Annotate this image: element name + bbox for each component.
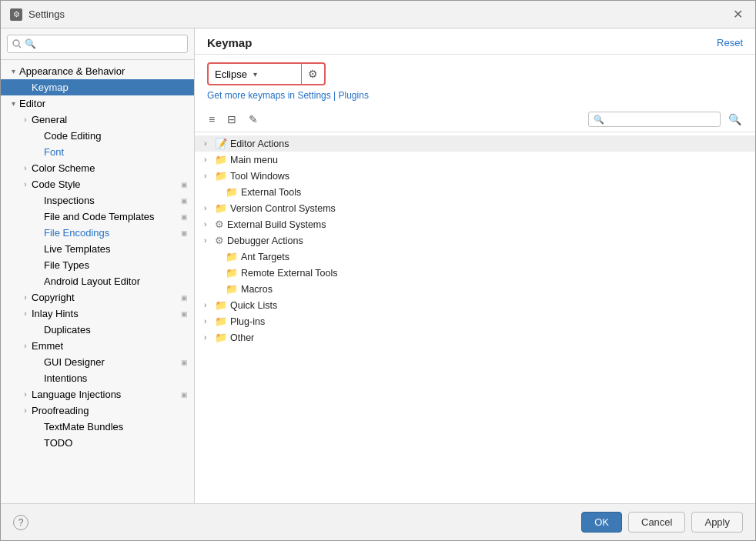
keymap-row-external-tools[interactable]: 📁External Tools <box>195 184 755 200</box>
folder-icon-main-menu: 📁 <box>215 154 227 165</box>
panel-title: Keymap <box>207 36 252 49</box>
tree-arrow-appearance-behavior: ▾ <box>7 67 19 75</box>
collapse-all-button[interactable]: ⊟ <box>222 110 241 129</box>
help-button[interactable]: ? <box>13 515 28 530</box>
keymap-arrow-version-control: › <box>204 204 215 212</box>
keymap-label-debugger-actions: Debugger Actions <box>227 235 303 246</box>
keymap-row-version-control[interactable]: ›📁Version Control Systems <box>195 200 755 216</box>
keymap-arrow-main-menu: › <box>204 155 215 164</box>
sidebar-item-todo[interactable]: TODO <box>1 435 194 451</box>
sidebar-badge-code-style: ▣ <box>181 181 188 189</box>
keymap-row-other[interactable]: ›📁Other <box>195 329 755 346</box>
keymap-dropdown[interactable]: Eclipse ▾ <box>209 65 301 83</box>
edit-shortcut-button[interactable]: ✎ <box>244 110 263 129</box>
sidebar-item-inlay-hints[interactable]: ›Inlay Hints▣ <box>1 306 194 322</box>
sidebar-item-code-style[interactable]: ›Code Style▣ <box>1 176 194 192</box>
plugin-link[interactable]: Get more keymaps in Settings | Plugins <box>195 90 755 107</box>
sidebar-item-color-scheme[interactable]: ›Color Scheme <box>1 160 194 176</box>
keymap-row-ant-targets[interactable]: 📁Ant Targets <box>195 249 755 265</box>
sidebar-item-keymap[interactable]: Keymap <box>1 79 194 95</box>
keymap-label-external-tools: External Tools <box>241 187 301 198</box>
sidebar-label-file-encodings: File Encodings <box>44 226 109 239</box>
keymap-spacer-ant-targets <box>215 252 226 261</box>
sidebar-badge-copyright: ▣ <box>181 294 188 302</box>
cancel-button[interactable]: Cancel <box>628 512 685 533</box>
sidebar-label-intentions: Intentions <box>44 372 87 385</box>
keymap-row-macros[interactable]: 📁Macros <box>195 281 755 297</box>
apply-button[interactable]: Apply <box>691 512 743 533</box>
sidebar-item-proofreading[interactable]: ›Proofreading <box>1 402 194 419</box>
keymap-arrow-tool-windows: › <box>204 172 215 180</box>
sidebar-label-code-editing: Code Editing <box>44 129 101 142</box>
keymap-label-plug-ins: Plug-ins <box>230 316 265 327</box>
sidebar-label-general: General <box>32 113 67 126</box>
keymap-row-tool-windows[interactable]: ›📁Tool Windows <box>195 168 755 184</box>
expand-all-button[interactable]: ≡ <box>204 110 219 129</box>
keymap-selector-wrapper: Eclipse ▾ ⚙ <box>207 62 326 85</box>
sidebar-item-language-injections[interactable]: ›Language Injections▣ <box>1 386 194 402</box>
sidebar-item-emmet[interactable]: ›Emmet <box>1 338 194 354</box>
tree-arrow-color-scheme: › <box>19 164 32 172</box>
reset-link[interactable]: Reset <box>717 37 743 48</box>
keymap-gear-button[interactable]: ⚙ <box>301 64 324 84</box>
ok-button[interactable]: OK <box>581 512 622 533</box>
sidebar-label-file-code-templates: File and Code Templates <box>44 210 155 223</box>
tree-arrow-language-injections: › <box>19 390 32 399</box>
sidebar-label-inlay-hints: Inlay Hints <box>32 307 79 320</box>
tree-arrow-proofreading: › <box>19 406 32 415</box>
keymap-arrow-other: › <box>204 333 215 342</box>
sidebar-item-gui-designer[interactable]: GUI Designer▣ <box>1 354 194 370</box>
sidebar-item-android-layout-editor[interactable]: Android Layout Editor <box>1 273 194 289</box>
folder-icon-remote-external-tools: 📁 <box>226 267 238 279</box>
keymap-label-version-control: Version Control Systems <box>230 203 336 214</box>
tree-arrow-inlay-hints: › <box>19 309 32 318</box>
sidebar-label-inspections: Inspections <box>44 194 95 207</box>
sidebar-label-proofreading: Proofreading <box>32 404 89 417</box>
panel-header: Keymap Reset <box>195 28 755 55</box>
sidebar-label-android-layout-editor: Android Layout Editor <box>44 275 140 288</box>
sidebar-item-file-encodings[interactable]: File Encodings▣ <box>1 225 194 241</box>
sidebar-item-appearance-behavior[interactable]: ▾Appearance & Behavior <box>1 63 194 79</box>
keymap-label-macros: Macros <box>241 284 273 295</box>
keymap-arrow-external-build: › <box>204 220 215 229</box>
keymap-search-input[interactable] <box>607 114 715 125</box>
sidebar-item-duplicates[interactable]: Duplicates <box>1 322 194 338</box>
tree-arrow-general: › <box>19 115 32 124</box>
keymap-arrow-quick-lists: › <box>204 301 215 309</box>
sidebar-item-live-templates[interactable]: Live Templates <box>1 241 194 257</box>
sidebar-label-textmate-bundles: TextMate Bundles <box>44 420 123 433</box>
settings-window: ⚙ Settings ✕ ▾Appearance & BehaviorKeyma… <box>0 0 756 541</box>
sidebar-item-inspections[interactable]: Inspections▣ <box>1 192 194 209</box>
tree-arrow-editor: ▾ <box>7 99 19 108</box>
sidebar-item-general[interactable]: ›General <box>1 112 194 128</box>
keymap-row-debugger-actions[interactable]: ›⚙Debugger Actions <box>195 232 755 249</box>
keymap-row-main-menu[interactable]: ›📁Main menu <box>195 152 755 168</box>
keymap-row-external-build[interactable]: ›⚙External Build Systems <box>195 216 755 232</box>
sidebar-item-file-code-templates[interactable]: File and Code Templates▣ <box>1 209 194 225</box>
sidebar-item-file-types[interactable]: File Types <box>1 257 194 273</box>
sidebar-tree: ▾Appearance & BehaviorKeymap▾Editor›Gene… <box>1 60 194 503</box>
keymap-row-plug-ins[interactable]: ›📁Plug-ins <box>195 313 755 329</box>
sidebar-item-textmate-bundles[interactable]: TextMate Bundles <box>1 419 194 435</box>
keymap-row-remote-external-tools[interactable]: 📁Remote External Tools <box>195 265 755 281</box>
keymap-label-main-menu: Main menu <box>230 155 278 165</box>
keymap-label-other: Other <box>230 332 254 343</box>
sidebar-item-editor[interactable]: ▾Editor <box>1 95 194 112</box>
sidebar-item-font[interactable]: Font <box>1 144 194 160</box>
keymap-row-quick-lists[interactable]: ›📁Quick Lists <box>195 297 755 313</box>
close-button[interactable]: ✕ <box>730 5 746 23</box>
find-button[interactable]: 🔍 <box>724 110 746 129</box>
ant-icon: 📁 <box>226 251 238 262</box>
sidebar-item-code-editing[interactable]: Code Editing <box>1 128 194 144</box>
sidebar-label-appearance-behavior: Appearance & Behavior <box>19 65 125 78</box>
app-icon: ⚙ <box>10 8 22 21</box>
keymap-spacer-external-tools <box>215 188 226 196</box>
main-content: ▾Appearance & BehaviorKeymap▾Editor›Gene… <box>1 28 755 503</box>
sidebar-item-intentions[interactable]: Intentions <box>1 370 194 386</box>
keymap-row-editor-actions[interactable]: ›📝Editor Actions <box>195 135 755 152</box>
sidebar-search-input[interactable] <box>7 35 188 53</box>
sidebar-label-font: Font <box>44 145 64 159</box>
sidebar-item-copyright[interactable]: ›Copyright▣ <box>1 289 194 306</box>
keymap-arrow-debugger-actions: › <box>204 236 215 245</box>
sidebar-badge-inspections: ▣ <box>181 197 188 205</box>
